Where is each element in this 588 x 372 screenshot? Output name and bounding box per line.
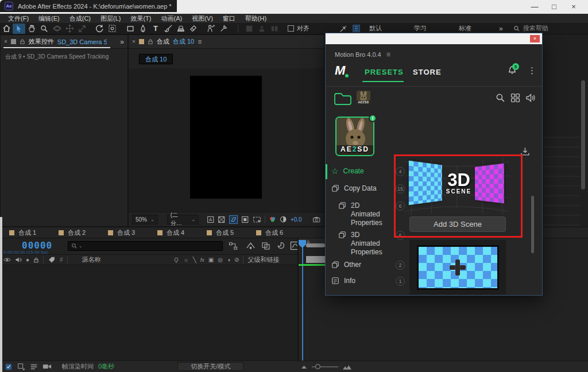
magnification-dropdown[interactable]: 50% ⌄ [132, 215, 158, 224]
workspace-standard[interactable]: 标准 [459, 24, 471, 33]
menu-window[interactable]: 窗口 [223, 14, 235, 23]
frame-blend-icon[interactable]: ▣ [208, 257, 214, 263]
align-toggle[interactable]: 对齐 [288, 24, 310, 33]
motion-bro-close-button[interactable]: × [530, 35, 540, 42]
lock-icon[interactable] [33, 257, 39, 264]
panel-overflow-chevron[interactable]: » [120, 38, 124, 46]
tab-presets[interactable]: PRESETS [365, 68, 404, 76]
preset-pack-thumbnail-ae2sd[interactable]: AE2SD ! [335, 117, 374, 156]
threed-switch-icon[interactable]: ⊘ [234, 257, 239, 263]
timeline-search-input[interactable]: ⌄ [68, 241, 223, 251]
workspace-icon-1[interactable] [243, 24, 256, 34]
timeline-tab-comp3[interactable]: 合成 3 [99, 228, 148, 237]
menu-view[interactable]: 视图(V) [192, 14, 213, 23]
workspace-icon-3[interactable] [268, 24, 281, 34]
solo-icon[interactable]: ● [26, 257, 29, 263]
workspace-icon-2[interactable] [256, 24, 268, 34]
shape-tool[interactable] [124, 24, 137, 34]
layer-number-icon[interactable]: # [60, 257, 63, 263]
motion-blur-switch-icon[interactable]: ◎ [218, 257, 223, 263]
menu-edit[interactable]: 编辑(E) [38, 14, 60, 23]
dolly-camera-tool[interactable] [76, 24, 88, 34]
home-tool[interactable] [0, 24, 13, 34]
zoom-tool[interactable] [38, 24, 51, 34]
choose-grid-guides-icon[interactable] [207, 215, 214, 224]
preset-card-screen[interactable] [409, 240, 506, 294]
motion-bro-window-titlebar[interactable]: × [326, 33, 542, 44]
maximize-button[interactable]: □ [544, 1, 564, 13]
source-name-column-header[interactable]: 源名称 [82, 255, 101, 264]
exposure-value[interactable]: +0.0 [291, 216, 302, 223]
hamburger-menu-icon[interactable]: ≡ [386, 51, 390, 59]
pen-tool[interactable] [137, 24, 149, 34]
folder-icon[interactable] [334, 92, 352, 105]
panel-drag-square[interactable] [11, 39, 16, 44]
timeline-tab-comp6[interactable]: 合成 6 [247, 228, 296, 237]
menu-help[interactable]: 帮助(H) [245, 14, 266, 23]
zoom-slider-knob[interactable] [315, 364, 320, 369]
label-tag-icon[interactable] [48, 256, 56, 264]
rotation-tool[interactable] [93, 24, 106, 34]
toggle-switches-modes-button[interactable]: 切换开关/模式 [177, 362, 243, 371]
timeline-tab-comp2[interactable]: 合成 2 [49, 228, 99, 237]
panel-close-icon[interactable]: × [132, 38, 136, 45]
help-search-field[interactable]: 搜索帮助 [513, 24, 548, 33]
timeline-tab-comp4[interactable]: 合成 4 [148, 228, 198, 237]
timeline-vertical-scrollbar[interactable] [581, 80, 585, 189]
menu-composition[interactable]: 合成(C) [69, 14, 91, 23]
panel-close-icon[interactable]: × [4, 38, 7, 45]
brush-tool[interactable] [162, 24, 175, 34]
tab-composition-comp[interactable]: 合成 10 [173, 37, 194, 46]
selection-tool[interactable] [13, 24, 25, 34]
layers-status-icon[interactable] [30, 363, 38, 371]
mask-visibility-icon[interactable] [241, 215, 249, 224]
collapse-icon[interactable]: ☼ [184, 257, 189, 263]
orbit-camera-tool[interactable] [51, 24, 63, 34]
shy-icon[interactable] [173, 257, 180, 264]
search-presets-icon[interactable] [496, 93, 505, 103]
region-capture-icon[interactable] [253, 215, 261, 224]
tab-store[interactable]: STORE [413, 68, 442, 76]
type-tool[interactable]: T [149, 24, 162, 34]
exposure-icon[interactable] [280, 215, 287, 223]
timeline-zoom-control[interactable] [301, 364, 351, 370]
tab-composition[interactable]: 合成 [157, 37, 169, 46]
share-arrow-icon[interactable] [337, 24, 350, 34]
sidebar-item-other[interactable]: Other 2 [331, 261, 405, 270]
grid-view-icon[interactable] [510, 93, 520, 103]
snapshot-camera-icon[interactable] [312, 215, 320, 223]
quality-icon[interactable]: ╲ [193, 257, 196, 263]
time-navigator-left[interactable] [306, 243, 325, 247]
pan-behind-tool[interactable] [106, 24, 118, 34]
menu-effect[interactable]: 效果(T) [130, 14, 151, 23]
transparency-grid-icon[interactable] [218, 215, 225, 224]
resolution-dropdown[interactable]: (二分… ⌄ [167, 215, 199, 224]
tab-effect-controls-comp[interactable]: SD_3D Camera Spee [57, 38, 107, 45]
panel-menu-icon[interactable]: ≡ [198, 38, 202, 46]
menu-layer[interactable]: 图层(L) [100, 14, 121, 23]
parent-link-column-header[interactable]: 父级和链接 [247, 255, 279, 264]
frame-blending-icon[interactable] [261, 241, 270, 250]
video-eye-icon[interactable] [3, 257, 11, 263]
composition-mini-flowchart-icon[interactable] [229, 242, 238, 250]
minimize-button[interactable]: — [525, 1, 544, 13]
eraser-tool[interactable] [187, 24, 200, 34]
snapping-icon[interactable] [350, 24, 362, 34]
motion-blur-icon[interactable] [276, 241, 284, 250]
workspace-default[interactable]: 默认 [369, 24, 382, 33]
close-button[interactable]: × [564, 1, 583, 13]
workspace-learn[interactable]: 学习 [414, 24, 427, 33]
workspace-overflow-chevron[interactable]: » [499, 25, 503, 33]
tab-effect-controls[interactable]: 效果控件 [29, 37, 54, 46]
comp-viewer-sub-tab[interactable]: 合成 10 [139, 54, 173, 64]
timeline-tab-comp1[interactable]: 合成 1 [0, 228, 49, 237]
sidebar-item-info[interactable]: Info 1 [331, 277, 405, 286]
notifications-bell-icon[interactable]: 5 [507, 65, 517, 76]
timeline-tab-comp5[interactable]: 合成 5 [198, 228, 247, 237]
draft-3d-icon[interactable] [246, 241, 256, 250]
roto-brush-tool[interactable] [204, 24, 217, 34]
panel-scrollbar[interactable] [531, 196, 534, 253]
preset-pack-mini-thumbnail[interactable]: AE2SD [357, 91, 370, 104]
sound-toggle-icon[interactable] [525, 93, 536, 103]
pan-camera-tool[interactable] [63, 24, 76, 34]
